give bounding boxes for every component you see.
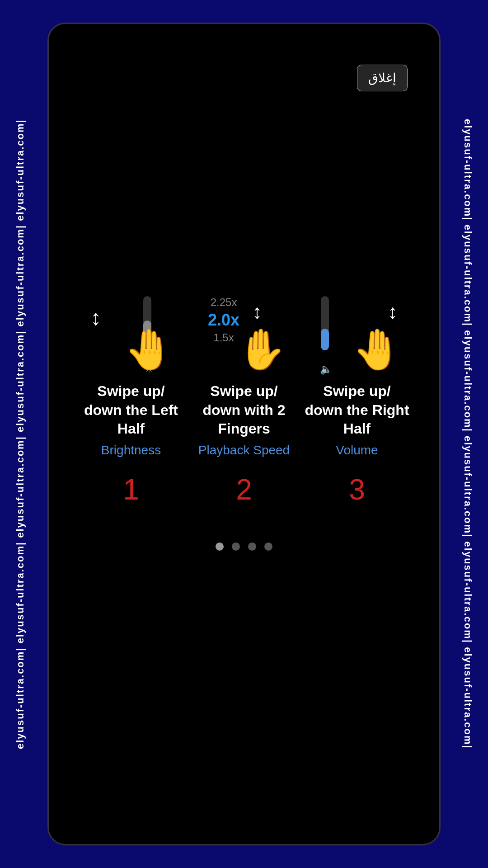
card-volume: 🔈 ↕ 🤚 Swipe up/down the RightHalf Volume…: [303, 292, 411, 506]
card-subtitle-speed: Playback Speed: [198, 443, 290, 458]
page-dots: [216, 542, 272, 551]
watermark-right-text: elyusuf-ultra.com| elyusuf-ultra.com| el…: [462, 119, 474, 749]
speed-display: 2.25x 2.0x 1.5x: [208, 296, 239, 344]
main-screen: إغلاق ↕ ☀ 🤚 Swipe up/ down the: [47, 23, 441, 845]
card-title-speed: Swipe up/down with 2Fingers: [202, 382, 285, 439]
page-dot-3[interactable]: [248, 542, 256, 551]
page-dot-2[interactable]: [232, 542, 240, 551]
volume-bar-fill: [321, 329, 329, 350]
page-dot-1[interactable]: [216, 542, 224, 551]
gesture-area-volume: 🔈 ↕ 🤚: [312, 292, 402, 373]
watermark-left-text: elyusuf-ultra.com| elyusuf-ultra.com| el…: [14, 119, 26, 749]
speed-value-current: 2.0x: [208, 311, 239, 330]
hand-icon-volume: 🤚: [352, 326, 402, 373]
card-title-volume: Swipe up/down the RightHalf: [305, 382, 409, 439]
card-title-brightness: Swipe up/ down the Left Half: [77, 382, 185, 439]
arrow-updown-icon-brightness: ↕: [90, 305, 101, 330]
close-button[interactable]: إغلاق: [357, 65, 408, 91]
card-brightness: ↕ ☀ 🤚 Swipe up/ down the Left Half Brigh…: [77, 292, 185, 506]
main-content: ↕ ☀ 🤚 Swipe up/ down the Left Half Brigh…: [49, 292, 439, 551]
card-subtitle-brightness: Brightness: [101, 443, 161, 458]
card-subtitle-volume: Volume: [336, 443, 378, 458]
watermark-left: elyusuf-ultra.com| elyusuf-ultra.com| el…: [0, 0, 41, 868]
speed-value-high: 2.25x: [211, 296, 237, 309]
hand-icon-speed: ✋: [237, 326, 287, 373]
page-dot-4[interactable]: [264, 542, 272, 551]
cards-row: ↕ ☀ 🤚 Swipe up/ down the Left Half Brigh…: [49, 292, 439, 506]
card-number-brightness: 1: [123, 473, 139, 506]
speed-value-low: 1.5x: [213, 331, 234, 344]
gesture-area-speed: 2.25x 2.0x 1.5x ↕ ✋: [199, 292, 289, 373]
arrow-updown-icon-speed: ↕: [252, 301, 262, 323]
hand-icon-brightness: 🤚: [124, 326, 174, 373]
watermark-right: elyusuf-ultra.com| elyusuf-ultra.com| el…: [447, 0, 488, 868]
card-number-speed: 2: [236, 473, 252, 506]
volume-bar: [321, 296, 329, 350]
card-number-volume: 3: [349, 473, 365, 506]
gesture-area-brightness: ↕ ☀ 🤚: [86, 292, 176, 373]
arrow-updown-icon-volume: ↕: [388, 301, 398, 323]
card-playback-speed: 2.25x 2.0x 1.5x ↕ ✋ Swipe up/down with 2…: [190, 292, 298, 506]
volume-small-icon: 🔈: [320, 363, 332, 375]
